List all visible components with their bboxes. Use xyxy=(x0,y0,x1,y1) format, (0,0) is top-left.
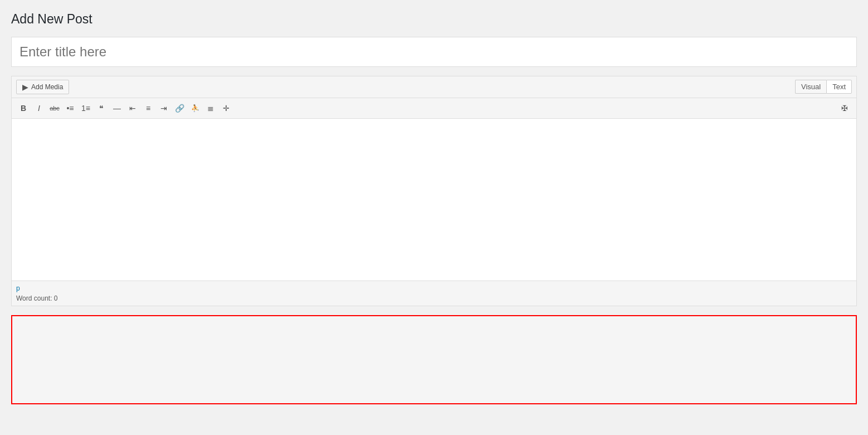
ol-icon: 1≡ xyxy=(81,104,90,113)
hr-button[interactable]: — xyxy=(110,101,124,115)
editor-toolbar: B I abc •≡ 1≡ ❝ — ⇤ ≡ xyxy=(12,98,856,119)
italic-icon: I xyxy=(38,104,40,113)
insert-button[interactable]: ≣ xyxy=(203,101,218,115)
expand-button[interactable]: ✠ xyxy=(837,101,852,115)
path-bar: p xyxy=(16,283,852,293)
expand-icon: ✠ xyxy=(841,104,848,113)
bold-button[interactable]: B xyxy=(16,101,31,115)
link-icon: 🔗 xyxy=(175,104,184,113)
ordered-list-button[interactable]: 1≡ xyxy=(79,101,93,115)
editor-body[interactable] xyxy=(12,119,856,281)
bold-icon: B xyxy=(21,104,26,113)
align-center-button[interactable]: ≡ xyxy=(141,101,155,115)
tab-visual[interactable]: Visual xyxy=(795,80,826,94)
table-button[interactable]: ✛ xyxy=(219,101,233,115)
link-button[interactable]: 🔗 xyxy=(172,101,187,115)
unordered-list-button[interactable]: •≡ xyxy=(63,101,77,115)
view-tabs: Visual Text xyxy=(795,80,852,94)
align-right-icon: ⇥ xyxy=(160,104,167,113)
align-right-button[interactable]: ⇥ xyxy=(157,101,171,115)
blockquote-button[interactable]: ❝ xyxy=(94,101,109,115)
word-count: Word count: 0 xyxy=(16,293,852,303)
italic-button[interactable]: I xyxy=(32,101,46,115)
title-input-wrapper xyxy=(11,37,857,67)
page-title: Add New Post xyxy=(11,11,857,28)
highlighted-box xyxy=(11,315,857,404)
align-center-icon: ≡ xyxy=(146,104,150,113)
media-icon: ▶ xyxy=(22,83,28,91)
insert-icon: ≣ xyxy=(207,104,214,113)
editor-status-bar: p Word count: 0 xyxy=(12,281,856,306)
tab-text[interactable]: Text xyxy=(826,80,852,94)
ul-icon: •≡ xyxy=(66,104,74,113)
table-icon: ✛ xyxy=(223,104,230,113)
strikethrough-icon: abc xyxy=(50,105,60,112)
editor-top-bar: ▶ Add Media Visual Text xyxy=(12,76,856,98)
add-media-button[interactable]: ▶ Add Media xyxy=(16,80,69,94)
strikethrough-button[interactable]: abc xyxy=(47,101,62,115)
align-left-icon: ⇤ xyxy=(129,104,136,113)
add-media-label: Add Media xyxy=(31,83,63,91)
main-content: Add New Post ▶ Add Media Visual Text B xyxy=(0,0,868,415)
unlink-icon: ⛹ xyxy=(191,104,199,112)
blockquote-icon: ❝ xyxy=(99,104,104,113)
align-left-button[interactable]: ⇤ xyxy=(125,101,140,115)
hr-icon: — xyxy=(113,104,121,113)
post-title-input[interactable] xyxy=(12,37,856,66)
unlink-button[interactable]: ⛹ xyxy=(188,101,202,115)
editor-wrapper: ▶ Add Media Visual Text B I abc xyxy=(11,76,857,306)
